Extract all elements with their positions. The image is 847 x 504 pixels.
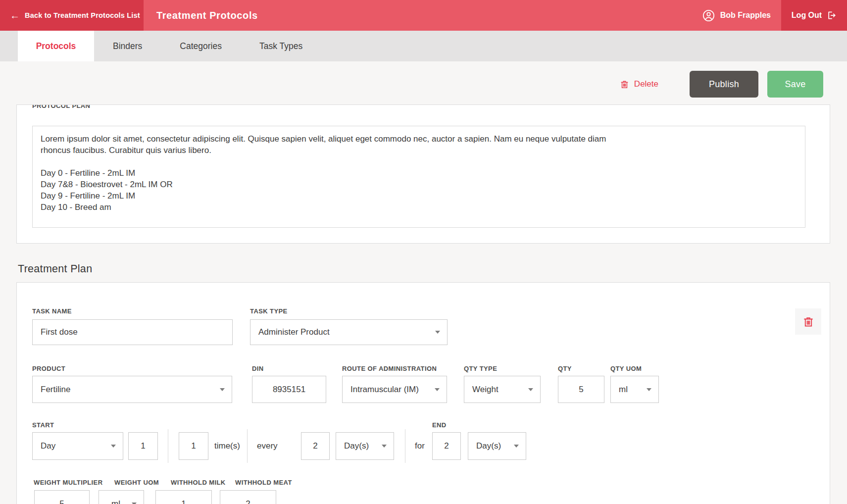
tab-task-types[interactable]: Task Types <box>241 31 321 61</box>
chevron-down-icon <box>220 388 225 391</box>
chevron-down-icon <box>111 445 116 448</box>
chevron-down-icon <box>132 503 137 504</box>
task-name-label: TASK NAME <box>32 307 72 315</box>
delete-button[interactable]: Delete <box>620 79 658 89</box>
din-input[interactable] <box>252 376 326 403</box>
weight-multiplier-label: WEIGHT MULTIPLIER <box>34 479 102 486</box>
product-select[interactable]: Fertiline <box>32 376 232 403</box>
withhold-milk-label: WITHHOLD MILK <box>171 479 226 486</box>
chevron-down-icon <box>647 388 651 391</box>
tab-categories[interactable]: Categories <box>161 31 241 61</box>
delete-label: Delete <box>634 79 658 89</box>
task-type-select[interactable]: Administer Product <box>250 319 448 345</box>
tab-protocols[interactable]: Protocols <box>18 31 94 61</box>
weight-uom-select[interactable]: ml <box>99 490 144 504</box>
every-text: every <box>257 432 278 460</box>
start-value-input[interactable] <box>128 432 158 460</box>
page-title: Treatment Protocols <box>156 10 258 21</box>
times-text: time(s) <box>214 432 240 460</box>
qty-label: QTY <box>558 365 572 372</box>
qty-uom-select[interactable]: ml <box>610 376 659 403</box>
route-value: Intramuscular (IM) <box>350 385 419 395</box>
interval-unit-select[interactable]: Day(s) <box>336 432 394 460</box>
start-unit-value: Day <box>41 441 55 451</box>
protocol-plan-label: PROTOCOL PLAN <box>32 104 90 109</box>
duration-unit-value: Day(s) <box>476 441 501 451</box>
divider <box>405 429 405 463</box>
interval-input[interactable] <box>301 432 330 460</box>
chevron-down-icon <box>435 388 440 391</box>
arrow-left-icon: ← <box>10 10 20 20</box>
back-button[interactable]: ← Back to Treatment Protocols List <box>0 0 144 31</box>
qty-type-value: Weight <box>472 385 498 395</box>
chevron-down-icon <box>514 445 519 448</box>
product-label: PRODUCT <box>32 365 65 372</box>
chevron-down-icon <box>435 331 440 334</box>
app-header: ← Back to Treatment Protocols List Treat… <box>0 0 847 31</box>
tab-binders[interactable]: Binders <box>94 31 161 61</box>
start-label: START <box>32 421 54 429</box>
interval-unit-value: Day(s) <box>344 441 369 451</box>
qty-type-label: QTY TYPE <box>464 365 497 372</box>
withhold-milk-input[interactable] <box>155 490 212 504</box>
task-name-input[interactable] <box>32 319 233 345</box>
task-type-label: TASK TYPE <box>250 307 288 315</box>
qty-uom-label: QTY UOM <box>610 365 642 372</box>
duration-unit-select[interactable]: Day(s) <box>468 432 526 460</box>
trash-icon <box>620 80 629 89</box>
protocol-plan-card: PROTOCOL PLAN Lorem ipsum dolor sit amet… <box>16 104 830 244</box>
user-icon <box>702 9 715 22</box>
chevron-down-icon <box>382 445 387 448</box>
qty-uom-value: ml <box>619 385 628 395</box>
user-name: Bob Frapples <box>720 11 771 20</box>
logout-button[interactable]: Log Out <box>781 0 847 31</box>
end-label: END <box>432 421 447 429</box>
user-menu[interactable]: Bob Frapples <box>702 0 781 31</box>
treatment-task-card: TASK NAME TASK TYPE Administer Product P… <box>16 282 830 504</box>
publish-button[interactable]: Publish <box>690 71 758 98</box>
product-value: Fertiline <box>41 385 70 395</box>
back-label: Back to Treatment Protocols List <box>25 11 140 19</box>
save-button[interactable]: Save <box>767 71 823 98</box>
qty-type-select[interactable]: Weight <box>464 376 541 403</box>
qty-input[interactable] <box>558 376 604 403</box>
times-input[interactable] <box>179 432 208 460</box>
protocol-plan-textarea[interactable]: Lorem ipsum dolor sit amet, consectetur … <box>32 126 805 228</box>
din-label: DIN <box>252 365 264 372</box>
logout-icon <box>827 10 837 20</box>
start-unit-select[interactable]: Day <box>32 432 123 460</box>
chevron-down-icon <box>528 388 533 391</box>
divider <box>168 429 168 463</box>
withhold-meat-label: WITHHOLD MEAT <box>235 479 292 486</box>
header-spacer <box>258 0 702 31</box>
weight-uom-value: ml <box>111 499 120 504</box>
task-type-value: Administer Product <box>258 327 330 337</box>
treatment-plan-heading: Treatment Plan <box>18 263 92 275</box>
route-label: ROUTE OF ADMINISTRATION <box>342 365 437 372</box>
weight-multiplier-input[interactable] <box>34 490 90 504</box>
duration-input[interactable] <box>432 432 461 460</box>
withhold-meat-input[interactable] <box>220 490 276 504</box>
action-bar: Delete Publish Save <box>620 71 823 98</box>
tab-bar: Protocols Binders Categories Task Types <box>0 31 847 61</box>
for-text: for <box>415 432 425 460</box>
divider <box>247 429 248 463</box>
trash-icon <box>802 316 814 328</box>
delete-task-button[interactable] <box>795 308 821 335</box>
weight-uom-label: WEIGHT UOM <box>114 479 159 486</box>
route-select[interactable]: Intramuscular (IM) <box>342 376 447 403</box>
logout-label: Log Out <box>792 11 822 20</box>
